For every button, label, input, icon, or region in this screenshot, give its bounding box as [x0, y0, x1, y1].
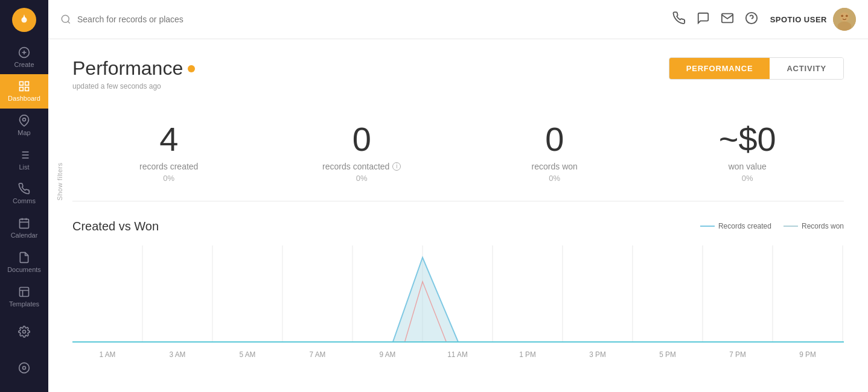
svg-point-23	[62, 15, 69, 22]
stat-records-contacted: 0 records contacted i 0%	[266, 121, 459, 183]
stat-won-value-number: ~$0	[651, 121, 844, 158]
legend-line-won	[783, 226, 798, 227]
stats-row: 4 records created 0% 0 records contacted…	[72, 109, 844, 201]
sidebar-item-dashboard[interactable]: Dashboard	[0, 74, 48, 109]
svg-line-24	[68, 21, 69, 23]
tab-group: PERFORMANCE ACTIVITY	[669, 57, 844, 80]
content-area: Show filters Performance updated a few s…	[48, 39, 868, 392]
records-contacted-info-icon[interactable]: i	[392, 162, 401, 171]
svg-point-22	[23, 367, 26, 370]
svg-marker-44	[393, 258, 458, 342]
sidebar-logo[interactable]	[0, 0, 48, 40]
stat-records-won-value: 0	[458, 121, 651, 158]
tab-performance[interactable]: PERFORMANCE	[669, 58, 770, 79]
mail-icon[interactable]	[721, 11, 734, 27]
svg-point-28	[840, 13, 849, 22]
svg-rect-7	[25, 87, 29, 91]
title-dot-icon	[188, 65, 195, 72]
svg-point-20	[23, 330, 26, 334]
svg-text:7 AM: 7 AM	[310, 350, 326, 359]
sidebar-item-documents[interactable]: Documents	[0, 245, 48, 280]
stat-records-created-pct: 0%	[72, 174, 266, 183]
topbar: SPOTIO USER	[48, 0, 868, 39]
app-logo-icon	[12, 8, 36, 32]
svg-rect-15	[20, 220, 29, 229]
svg-rect-4	[20, 82, 24, 86]
help-icon[interactable]	[745, 11, 758, 27]
stat-records-contacted-value: 0	[266, 121, 459, 158]
main-area: SPOTIO USER Show filters	[48, 0, 868, 392]
page-header: Performance updated a few seconds ago PE…	[72, 57, 844, 90]
show-filters-label[interactable]: Show filters	[56, 163, 63, 201]
svg-text:3 AM: 3 AM	[170, 350, 186, 359]
sidebar-item-comms[interactable]: Comms	[0, 177, 48, 211]
stat-records-won-pct: 0%	[458, 174, 651, 183]
user-area: SPOTIO USER	[770, 8, 856, 31]
sidebar-item-templates[interactable]: Templates	[0, 279, 48, 314]
sidebar: Create Dashboard Map List Comms Calendar…	[0, 0, 48, 392]
svg-rect-19	[20, 287, 29, 296]
svg-point-8	[23, 118, 26, 121]
updated-text: updated a few seconds ago	[72, 82, 195, 90]
stat-records-created-label: records created	[72, 162, 266, 171]
stat-records-won-label: records won	[458, 162, 651, 171]
chart-section: Created vs Won Records created Records w…	[72, 220, 844, 366]
user-name-label: SPOTIO USER	[770, 15, 827, 24]
chart-header: Created vs Won Records created Records w…	[72, 220, 844, 233]
chart-title: Created vs Won	[72, 220, 159, 233]
sidebar-item-list[interactable]: List	[0, 142, 48, 177]
sidebar-item-settings[interactable]	[0, 314, 48, 350]
svg-rect-6	[20, 87, 24, 91]
svg-text:9 PM: 9 PM	[799, 350, 815, 359]
search-input[interactable]	[77, 14, 666, 24]
svg-rect-5	[25, 82, 29, 86]
svg-text:1 PM: 1 PM	[519, 350, 535, 359]
chart-container: 1 AM 3 AM 5 AM 7 AM 9 AM 11 AM 1 PM 3 PM…	[72, 245, 844, 366]
stat-records-contacted-label: records contacted i	[266, 162, 459, 171]
chat-icon[interactable]	[697, 11, 710, 27]
svg-point-29	[838, 22, 852, 31]
stat-records-created-value: 4	[72, 121, 266, 158]
topbar-icons	[672, 11, 758, 27]
page-title-area: Performance updated a few seconds ago	[72, 57, 195, 90]
svg-point-21	[19, 363, 30, 373]
svg-text:11 AM: 11 AM	[447, 350, 467, 359]
stat-won-value-label: won value	[651, 162, 844, 171]
legend-line-created	[700, 226, 715, 227]
stat-won-value-pct: 0%	[651, 174, 844, 183]
svg-text:1 AM: 1 AM	[100, 350, 116, 359]
sidebar-item-create[interactable]: Create	[0, 40, 48, 74]
phone-icon[interactable]	[672, 11, 686, 27]
stat-records-contacted-pct: 0%	[266, 174, 459, 183]
sidebar-item-calendar[interactable]: Calendar	[0, 211, 48, 245]
svg-text:3 PM: 3 PM	[589, 350, 605, 359]
search-icon	[60, 14, 71, 25]
created-vs-won-chart: 1 AM 3 AM 5 AM 7 AM 9 AM 11 AM 1 PM 3 PM…	[72, 245, 844, 366]
stat-records-won: 0 records won 0%	[458, 121, 651, 183]
svg-point-30	[841, 14, 843, 17]
search-area	[60, 14, 666, 25]
svg-text:5 AM: 5 AM	[240, 350, 256, 359]
svg-point-31	[846, 14, 848, 17]
user-avatar[interactable]	[833, 8, 856, 31]
page-title: Performance	[72, 57, 195, 80]
svg-text:5 PM: 5 PM	[659, 350, 675, 359]
sidebar-item-map[interactable]: Map	[0, 109, 48, 143]
chart-legend: Records created Records won	[700, 222, 844, 230]
svg-text:9 AM: 9 AM	[380, 350, 396, 359]
svg-text:7 PM: 7 PM	[729, 350, 745, 359]
tab-activity[interactable]: ACTIVITY	[770, 58, 843, 79]
stat-records-created: 4 records created 0%	[72, 121, 266, 183]
stat-won-value: ~$0 won value 0%	[651, 121, 844, 183]
legend-records-created: Records created	[700, 222, 771, 230]
sidebar-item-location[interactable]	[0, 350, 48, 386]
legend-records-won: Records won	[783, 222, 844, 230]
